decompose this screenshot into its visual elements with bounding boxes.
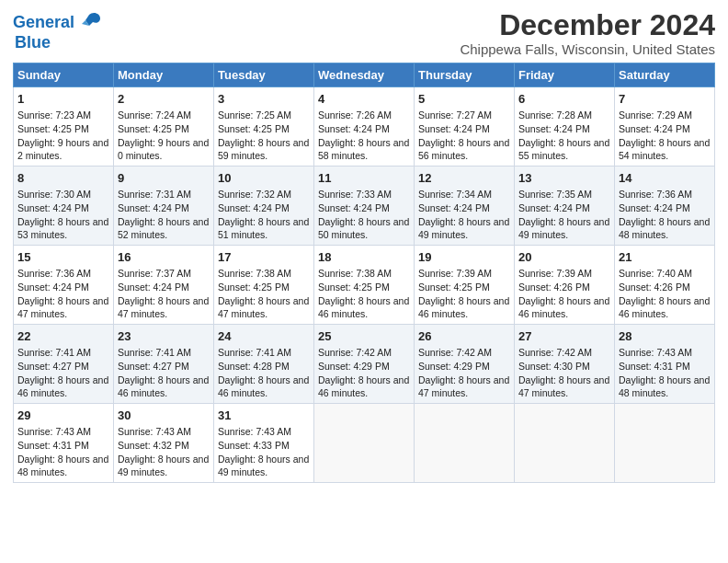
sunset: Sunset: 4:25 PM (218, 123, 290, 134)
calendar-header: SundayMondayTuesdayWednesdayThursdayFrid… (14, 63, 715, 87)
sunset: Sunset: 4:28 PM (218, 361, 290, 372)
calendar-cell (314, 403, 415, 482)
sunset: Sunset: 4:24 PM (518, 202, 590, 213)
day-number: 14 (619, 170, 711, 187)
daylight: Daylight: 8 hours and 49 minutes. (418, 216, 509, 241)
calendar-cell (615, 403, 715, 482)
calendar-cell: 14Sunrise: 7:36 AMSunset: 4:24 PMDayligh… (615, 167, 715, 246)
day-number: 20 (518, 249, 610, 266)
sunrise: Sunrise: 7:34 AM (418, 189, 492, 200)
day-header-thursday: Thursday (415, 63, 515, 87)
day-number: 7 (619, 91, 711, 108)
sunset: Sunset: 4:24 PM (518, 123, 590, 134)
sunset: Sunset: 4:24 PM (118, 202, 189, 213)
day-number: 19 (418, 249, 510, 266)
sunset: Sunset: 4:31 PM (619, 361, 690, 372)
sunset: Sunset: 4:27 PM (118, 361, 189, 372)
calendar-table: SundayMondayTuesdayWednesdayThursdayFrid… (13, 63, 715, 483)
sunrise: Sunrise: 7:36 AM (17, 268, 91, 279)
calendar-cell: 6Sunrise: 7:28 AMSunset: 4:24 PMDaylight… (515, 87, 615, 167)
daylight: Daylight: 8 hours and 51 minutes. (218, 216, 309, 241)
daylight: Daylight: 8 hours and 46 minutes. (17, 374, 108, 399)
sunrise: Sunrise: 7:35 AM (518, 189, 592, 200)
daylight: Daylight: 8 hours and 52 minutes. (118, 216, 209, 241)
day-number: 17 (218, 249, 310, 266)
sunset: Sunset: 4:25 PM (418, 282, 490, 293)
calendar-cell: 3Sunrise: 7:25 AMSunset: 4:25 PMDaylight… (214, 87, 314, 167)
day-number: 21 (619, 249, 711, 266)
calendar-cell: 19Sunrise: 7:39 AMSunset: 4:25 PMDayligh… (415, 246, 515, 325)
sunrise: Sunrise: 7:36 AM (619, 189, 692, 200)
sunrise: Sunrise: 7:28 AM (518, 109, 592, 121)
calendar-week-4: 22Sunrise: 7:41 AMSunset: 4:27 PMDayligh… (14, 325, 715, 404)
day-number: 6 (518, 91, 610, 108)
sunrise: Sunrise: 7:43 AM (218, 426, 291, 437)
daylight: Daylight: 8 hours and 49 minutes. (118, 454, 209, 478)
sunset: Sunset: 4:29 PM (418, 361, 490, 372)
calendar-cell: 13Sunrise: 7:35 AMSunset: 4:24 PMDayligh… (515, 167, 615, 246)
daylight: Daylight: 8 hours and 49 minutes. (218, 454, 309, 478)
day-number: 31 (218, 408, 310, 424)
daylight: Daylight: 8 hours and 53 minutes. (17, 216, 108, 241)
sunrise: Sunrise: 7:33 AM (318, 189, 392, 200)
sunrise: Sunrise: 7:41 AM (218, 347, 291, 358)
sunset: Sunset: 4:24 PM (118, 282, 189, 293)
day-number: 11 (318, 170, 410, 187)
calendar-cell: 8Sunrise: 7:30 AMSunset: 4:24 PMDaylight… (14, 167, 114, 246)
sunset: Sunset: 4:24 PM (619, 202, 690, 213)
logo: General Blue (13, 13, 102, 52)
daylight: Daylight: 8 hours and 47 minutes. (118, 295, 209, 320)
sunrise: Sunrise: 7:23 AM (17, 109, 91, 121)
sunset: Sunset: 4:32 PM (118, 440, 189, 451)
calendar-cell: 27Sunrise: 7:42 AMSunset: 4:30 PMDayligh… (515, 325, 615, 404)
sunrise: Sunrise: 7:42 AM (418, 347, 492, 358)
day-header-saturday: Saturday (615, 63, 715, 87)
daylight: Daylight: 8 hours and 59 minutes. (218, 137, 309, 162)
calendar-cell: 21Sunrise: 7:40 AMSunset: 4:26 PMDayligh… (615, 246, 715, 325)
calendar-cell (415, 403, 515, 482)
calendar-cell: 28Sunrise: 7:43 AMSunset: 4:31 PMDayligh… (615, 325, 715, 404)
calendar-cell: 26Sunrise: 7:42 AMSunset: 4:29 PMDayligh… (415, 325, 515, 404)
sunrise: Sunrise: 7:31 AM (118, 189, 191, 200)
calendar-cell: 16Sunrise: 7:37 AMSunset: 4:24 PMDayligh… (114, 246, 214, 325)
sunset: Sunset: 4:24 PM (619, 123, 690, 134)
daylight: Daylight: 9 hours and 0 minutes. (118, 137, 209, 162)
sunrise: Sunrise: 7:24 AM (118, 109, 191, 121)
day-number: 8 (17, 170, 109, 187)
daylight: Daylight: 8 hours and 50 minutes. (318, 216, 409, 241)
day-number: 16 (118, 249, 210, 266)
calendar-cell: 2Sunrise: 7:24 AMSunset: 4:25 PMDaylight… (114, 87, 214, 167)
sunrise: Sunrise: 7:27 AM (418, 109, 492, 121)
calendar-cell: 29Sunrise: 7:43 AMSunset: 4:31 PMDayligh… (14, 403, 114, 482)
sunset: Sunset: 4:31 PM (17, 440, 89, 451)
sunrise: Sunrise: 7:43 AM (17, 426, 91, 437)
day-number: 18 (318, 249, 410, 266)
sunrise: Sunrise: 7:41 AM (17, 347, 91, 358)
page-container: General Blue December 2024 Chippewa Fall… (0, 0, 728, 490)
day-number: 28 (619, 328, 711, 345)
day-number: 1 (17, 91, 109, 108)
calendar-cell: 15Sunrise: 7:36 AMSunset: 4:24 PMDayligh… (14, 246, 114, 325)
main-title: December 2024 (460, 9, 715, 41)
sunset: Sunset: 4:25 PM (17, 123, 89, 134)
daylight: Daylight: 8 hours and 46 minutes. (518, 295, 609, 320)
day-header-friday: Friday (515, 63, 615, 87)
sunrise: Sunrise: 7:29 AM (619, 109, 692, 121)
daylight: Daylight: 8 hours and 46 minutes. (619, 295, 710, 320)
sunrise: Sunrise: 7:38 AM (218, 268, 291, 279)
daylight: Daylight: 8 hours and 48 minutes. (619, 374, 710, 399)
day-number: 30 (118, 408, 210, 424)
calendar-cell: 22Sunrise: 7:41 AMSunset: 4:27 PMDayligh… (14, 325, 114, 404)
header: General Blue December 2024 Chippewa Fall… (13, 9, 715, 57)
calendar-cell: 1Sunrise: 7:23 AMSunset: 4:25 PMDaylight… (14, 87, 114, 167)
day-header-wednesday: Wednesday (314, 63, 415, 87)
daylight: Daylight: 9 hours and 2 minutes. (17, 137, 108, 162)
daylight: Daylight: 8 hours and 55 minutes. (518, 137, 609, 162)
sunrise: Sunrise: 7:26 AM (318, 109, 392, 121)
daylight: Daylight: 8 hours and 47 minutes. (518, 374, 609, 399)
sunset: Sunset: 4:25 PM (118, 123, 189, 134)
calendar-cell (515, 403, 615, 482)
sunset: Sunset: 4:30 PM (518, 361, 590, 372)
sunset: Sunset: 4:26 PM (619, 282, 690, 293)
sunset: Sunset: 4:27 PM (17, 361, 89, 372)
